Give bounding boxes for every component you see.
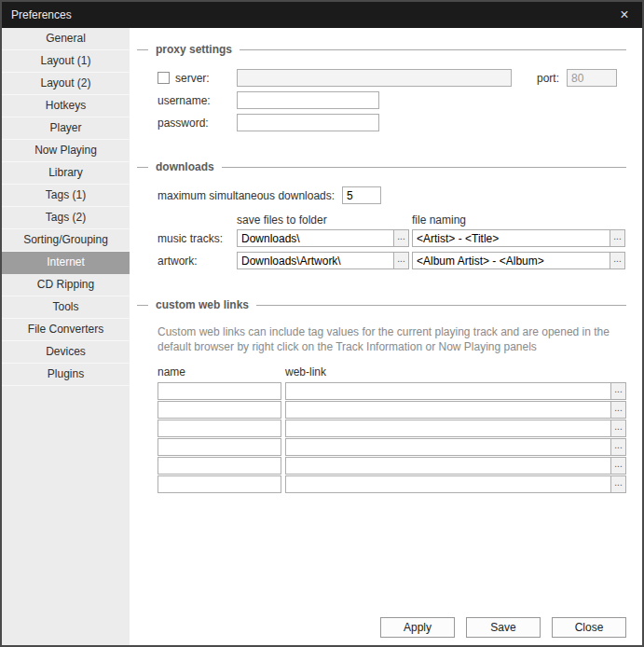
- sidebar: General Layout (1) Layout (2) Hotkeys Pl…: [2, 28, 130, 645]
- weblink-url-input[interactable]: [285, 401, 610, 419]
- browse-button[interactable]: ...: [393, 229, 409, 247]
- browse-button[interactable]: ...: [610, 229, 625, 247]
- max-downloads-input[interactable]: [342, 186, 381, 204]
- server-label: server:: [175, 72, 210, 85]
- weblink-url-input[interactable]: [285, 438, 610, 456]
- weblink-row: ...: [158, 420, 626, 437]
- sidebar-item-hotkeys[interactable]: Hotkeys: [2, 95, 130, 117]
- proxy-server-row: server: port:: [158, 69, 626, 87]
- browse-button[interactable]: ...: [610, 252, 625, 269]
- artwork-folder-field: ...: [237, 252, 409, 269]
- weblink-url-field: ...: [285, 382, 626, 400]
- downloads-column-headers: save files to folder file naming: [158, 213, 626, 227]
- weblink-name-input[interactable]: [158, 420, 281, 437]
- browse-button[interactable]: ...: [393, 252, 409, 269]
- weblink-url-input[interactable]: [285, 382, 610, 400]
- weblink-name-input[interactable]: [158, 382, 281, 400]
- browse-button[interactable]: ...: [610, 438, 626, 456]
- proxy-username-input[interactable]: [237, 91, 379, 109]
- weblink-row: ...: [158, 438, 626, 456]
- titlebar: Preferences ×: [2, 2, 642, 28]
- music-tracks-folder-field: ...: [237, 229, 409, 247]
- browse-button[interactable]: ...: [610, 475, 626, 493]
- weblink-column-header: web-link: [285, 365, 326, 379]
- sidebar-item-tags-2[interactable]: Tags (2): [2, 207, 130, 229]
- weblink-url-field: ...: [285, 475, 626, 493]
- window-title: Preferences: [11, 8, 614, 21]
- artwork-row: artwork: ... ...: [158, 252, 626, 269]
- weblink-name-input[interactable]: [158, 475, 281, 493]
- port-label: port:: [537, 72, 559, 85]
- weblink-url-input[interactable]: [285, 420, 610, 437]
- folder-column-header: save files to folder: [237, 213, 412, 227]
- sidebar-item-layout-1[interactable]: Layout (1): [2, 50, 130, 73]
- browse-button[interactable]: ...: [610, 457, 626, 475]
- browse-button[interactable]: ...: [610, 420, 626, 437]
- preferences-window: Preferences × General Layout (1) Layout …: [0, 0, 644, 647]
- weblink-row: ...: [158, 401, 626, 419]
- browse-button[interactable]: ...: [610, 401, 626, 419]
- server-label-cell: server:: [158, 72, 237, 85]
- sidebar-item-cd-ripping[interactable]: CD Ripping: [2, 274, 130, 296]
- artwork-naming-field: ...: [412, 252, 625, 269]
- max-downloads-label: maximum simultaneous downloads:: [158, 189, 335, 202]
- name-column-header: name: [158, 365, 285, 379]
- sidebar-item-plugins[interactable]: Plugins: [2, 364, 130, 386]
- content-panel: proxy settings server: port: username:: [130, 28, 642, 645]
- footer-buttons: Apply Save Close: [380, 617, 626, 638]
- close-button[interactable]: Close: [552, 617, 626, 638]
- music-tracks-row: music tracks: ... ...: [158, 229, 626, 247]
- window-body: General Layout (1) Layout (2) Hotkeys Pl…: [2, 28, 642, 645]
- weblink-name-input[interactable]: [158, 438, 281, 456]
- artwork-naming-input[interactable]: [412, 252, 610, 269]
- weblink-name-input[interactable]: [158, 401, 281, 419]
- weblink-url-input[interactable]: [285, 475, 610, 493]
- music-tracks-naming-field: ...: [412, 229, 625, 247]
- sidebar-item-tools[interactable]: Tools: [2, 296, 130, 319]
- browse-button[interactable]: ...: [610, 382, 626, 400]
- proxy-password-input[interactable]: [237, 114, 379, 131]
- proxy-enable-checkbox[interactable]: [158, 72, 170, 84]
- weblink-row: ...: [158, 382, 626, 400]
- music-tracks-folder-input[interactable]: [237, 229, 393, 247]
- music-tracks-naming-input[interactable]: [412, 229, 610, 247]
- sidebar-item-general[interactable]: General: [2, 28, 130, 50]
- proxy-port-input[interactable]: [567, 69, 617, 87]
- close-icon[interactable]: ×: [614, 2, 635, 28]
- weblink-row: ...: [158, 457, 626, 475]
- sidebar-item-player[interactable]: Player: [2, 117, 130, 140]
- max-downloads-row: maximum simultaneous downloads:: [158, 186, 626, 204]
- downloads-form: maximum simultaneous downloads: save fil…: [158, 186, 626, 274]
- naming-column-header: file naming: [412, 213, 466, 227]
- proxy-form: server: port: username: password:: [158, 69, 626, 136]
- proxy-server-input[interactable]: [237, 69, 512, 87]
- weblink-row: ...: [158, 475, 626, 493]
- sidebar-item-sorting-grouping[interactable]: Sorting/Grouping: [2, 229, 130, 252]
- weblink-url-input[interactable]: [285, 457, 610, 475]
- weblink-url-field: ...: [285, 401, 626, 419]
- music-tracks-label: music tracks:: [158, 232, 237, 245]
- sidebar-item-library[interactable]: Library: [2, 162, 130, 185]
- weblinks-description: Custom web links can include tag values …: [158, 324, 635, 354]
- weblinks-table: ... ... ...: [158, 382, 626, 494]
- weblink-url-field: ...: [285, 438, 626, 456]
- apply-button[interactable]: Apply: [380, 617, 455, 638]
- username-label: username:: [158, 94, 237, 107]
- proxy-password-row: password:: [158, 114, 626, 131]
- sidebar-item-layout-2[interactable]: Layout (2): [2, 73, 130, 95]
- weblink-url-field: ...: [285, 457, 626, 475]
- save-button[interactable]: Save: [466, 617, 541, 638]
- artwork-folder-input[interactable]: [237, 252, 393, 269]
- artwork-label: artwork:: [158, 255, 237, 268]
- weblink-url-field: ...: [285, 420, 626, 437]
- sidebar-item-devices[interactable]: Devices: [2, 341, 130, 364]
- sidebar-item-tags-1[interactable]: Tags (1): [2, 185, 130, 207]
- sidebar-item-now-playing[interactable]: Now Playing: [2, 140, 130, 162]
- sidebar-item-file-converters[interactable]: File Converters: [2, 319, 130, 341]
- sidebar-item-internet[interactable]: Internet: [2, 252, 130, 274]
- password-label: password:: [158, 117, 237, 130]
- weblinks-column-headers: name web-link: [158, 365, 626, 379]
- section-title-downloads: downloads: [137, 160, 626, 173]
- weblink-name-input[interactable]: [158, 457, 281, 475]
- section-title-weblinks: custom web links: [137, 298, 626, 311]
